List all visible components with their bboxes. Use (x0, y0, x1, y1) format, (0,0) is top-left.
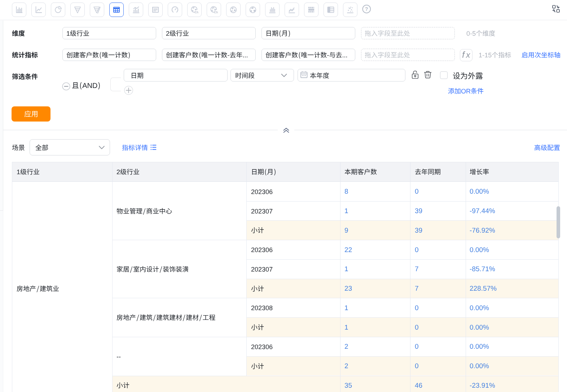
svg-text:CN: CN (214, 10, 218, 14)
svg-text:?: ? (365, 6, 368, 12)
svg-text:CN: CN (194, 10, 198, 14)
